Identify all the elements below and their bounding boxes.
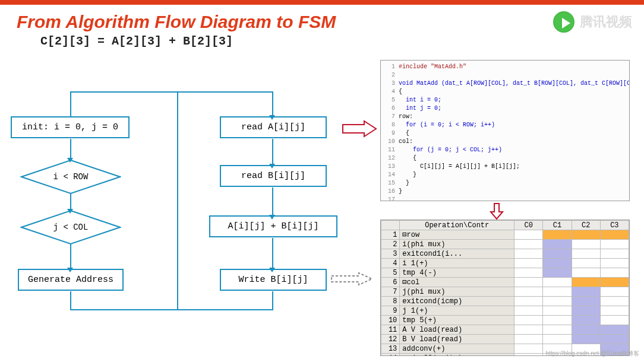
watermark: https://blog.csdn.net @51matlk博客	[546, 350, 639, 358]
code-line: 1#include "MatAdd.h"	[384, 63, 626, 71]
col-cycle: C3	[600, 221, 629, 230]
col-cycle: C2	[572, 221, 600, 230]
arrow-code-to-schedule	[490, 202, 504, 220]
code-panel: 1#include "MatAdd.h"23void MatAdd (dat_t…	[380, 60, 630, 201]
slide-subtitle: C[2][3] = A[2][3] + B[2][3]	[0, 34, 644, 53]
flowchart: init: i = 0, j = 0 i < ROW j < COL Gener…	[0, 64, 380, 359]
code-line: 9 {	[384, 129, 626, 138]
flow-cond-col: j < COL	[20, 209, 121, 245]
code-line: 7row:	[384, 113, 626, 121]
col-operation: Operation\Contr	[400, 221, 514, 230]
code-line: 5 int i = 0;	[384, 96, 626, 104]
col-cycle: C1	[543, 221, 572, 230]
table-row: 4 i 1(+)	[381, 259, 629, 268]
col-cycle: C0	[514, 221, 543, 230]
code-line: 14 }	[384, 171, 626, 179]
code-line: 2	[384, 71, 626, 80]
flow-init: init: i = 0, j = 0	[11, 116, 130, 138]
code-line: 13 C[i][j] = A[i][j] + B[i][j];	[384, 163, 626, 171]
table-row: 10 tmp 5(+)	[381, 316, 629, 325]
table-row: 2 i(phi mux)	[381, 240, 629, 249]
table-row: 8 exitcond(icmp)	[381, 297, 629, 306]
table-header: Operation\ContrC0C1C2C3	[381, 221, 629, 230]
table-row: 11 A V load(read)	[381, 325, 629, 335]
play-icon	[551, 9, 576, 34]
code-line: 4{	[384, 88, 626, 96]
table-row: 1⊟row	[381, 230, 629, 240]
code-line: 12 {	[384, 154, 626, 163]
arrow-write-to-schedule	[330, 272, 373, 286]
code-line: 15 }	[384, 179, 626, 188]
logo-text: 腾讯视频	[580, 13, 632, 31]
code-line: 8 for (i = 0; i < ROW; i++)	[384, 121, 626, 129]
table-row: 12 B V load(read)	[381, 335, 629, 344]
code-line: 10col:	[384, 138, 626, 146]
table-row: 5 tmp 4(-)	[381, 268, 629, 278]
table-row: 6⊟col	[381, 278, 629, 287]
code-line: 3void MatAdd (dat_t A[ROW][COL], dat_t B…	[384, 80, 626, 88]
table-row: 3 exitcond1(i...	[381, 249, 629, 259]
code-line: 17	[384, 196, 626, 201]
code-line: 6 int j = 0;	[384, 104, 626, 113]
schedule-table: Operation\ContrC0C1C2C31⊟row2 i(phi mux)…	[380, 220, 630, 356]
table-row: 7 j(phi mux)	[381, 287, 629, 297]
code-line: 16}	[384, 188, 626, 196]
slide-title: From Algorithm Flow Diagram to FSM	[0, 5, 644, 34]
tencent-video-logo: 腾讯视频	[551, 9, 632, 34]
table-row: 9 j 1(+)	[381, 306, 629, 316]
flow-cond-row: i < ROW	[20, 159, 121, 195]
arrow-flow-to-code	[342, 120, 377, 138]
code-line: 11 for (j = 0; j < COL; j++)	[384, 146, 626, 154]
